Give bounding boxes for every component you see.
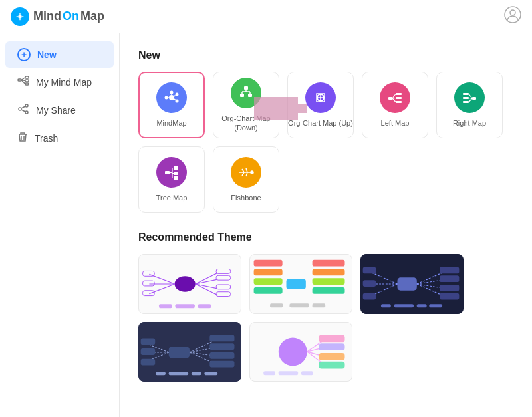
svg-line-80 [196, 284, 217, 295]
svg-rect-144 [263, 371, 275, 375]
svg-rect-47 [463, 97, 469, 99]
svg-rect-132 [169, 372, 188, 375]
svg-rect-86 [254, 260, 283, 267]
svg-rect-73 [143, 291, 155, 296]
svg-rect-107 [440, 275, 459, 282]
svg-line-63 [246, 168, 247, 172]
svg-rect-115 [429, 304, 442, 307]
svg-rect-85 [287, 279, 306, 289]
theme-card-1[interactable] [138, 254, 241, 314]
svg-rect-79 [216, 285, 231, 289]
svg-rect-82 [159, 304, 172, 308]
fishbone-icon [231, 157, 261, 188]
svg-line-26 [174, 99, 176, 100]
svg-rect-39 [396, 93, 402, 95]
theme-card-4[interactable] [138, 322, 241, 382]
svg-rect-75 [216, 269, 231, 274]
tree-map-icon [156, 157, 187, 188]
svg-rect-30 [248, 94, 252, 97]
map-card-right-map[interactable]: Right Map [436, 72, 503, 138]
map-card-left-map[interactable]: Left Map [362, 72, 428, 138]
svg-rect-99 [363, 267, 376, 274]
svg-rect-118 [141, 338, 156, 345]
org-chart-up-icon [305, 82, 336, 113]
app-layout: + New My Mind Map [0, 33, 532, 417]
svg-rect-55 [174, 176, 178, 180]
svg-rect-122 [141, 359, 156, 366]
svg-rect-145 [279, 371, 298, 375]
svg-rect-10 [25, 83, 29, 85]
theme-card-2[interactable] [249, 254, 352, 314]
svg-rect-101 [363, 280, 376, 287]
svg-rect-83 [176, 304, 195, 308]
svg-point-0 [18, 15, 21, 18]
main-content: New [120, 33, 532, 417]
sidebar-item-trash[interactable]: Trash [5, 125, 114, 152]
svg-rect-109 [440, 285, 459, 291]
theme-card-5[interactable] [249, 322, 352, 382]
svg-rect-137 [319, 335, 344, 343]
trash-icon [17, 132, 28, 145]
svg-rect-113 [394, 304, 414, 307]
right-map-label: Right Map [453, 118, 486, 128]
svg-rect-141 [319, 353, 344, 360]
header: MindOnMap [0, 0, 532, 33]
logo[interactable]: MindOnMap [11, 7, 104, 26]
svg-point-66 [251, 171, 253, 174]
svg-rect-40 [396, 97, 402, 99]
svg-rect-105 [440, 267, 459, 274]
svg-rect-128 [209, 352, 234, 359]
svg-point-15 [19, 108, 21, 110]
svg-line-18 [21, 110, 25, 112]
svg-line-76 [196, 279, 217, 284]
user-avatar-icon[interactable] [504, 6, 521, 27]
sidebar-item-my-mind-map[interactable]: My Mind Map [5, 69, 114, 96]
svg-point-67 [175, 276, 196, 291]
svg-line-72 [149, 284, 174, 294]
svg-line-51 [469, 98, 472, 102]
logo-icon [11, 7, 29, 26]
sidebar-item-my-share[interactable]: My Share [5, 97, 114, 124]
org-chart-down-label: Org-Chart Map(Down) [221, 114, 270, 133]
theme-card-3[interactable] [360, 254, 464, 314]
svg-rect-134 [205, 372, 218, 375]
svg-rect-46 [463, 93, 469, 95]
svg-rect-146 [301, 371, 313, 375]
plus-icon: + [17, 48, 31, 61]
svg-point-6 [510, 10, 515, 15]
svg-rect-130 [209, 361, 234, 368]
svg-rect-28 [244, 86, 248, 90]
svg-rect-7 [18, 79, 21, 81]
sidebar-item-trash-label: Trash [35, 133, 58, 144]
svg-rect-41 [396, 101, 402, 103]
themes-grid [138, 254, 513, 382]
svg-rect-8 [25, 76, 29, 78]
sidebar: + New My Mind Map [0, 33, 120, 417]
svg-rect-52 [165, 171, 170, 174]
svg-line-78 [196, 284, 217, 289]
map-card-fishbone[interactable]: Fishbone [213, 146, 279, 213]
svg-rect-81 [216, 292, 231, 297]
map-card-org-chart-down[interactable]: Org-Chart Map(Down) [213, 72, 279, 138]
svg-rect-112 [381, 304, 391, 307]
svg-point-20 [170, 90, 174, 94]
sidebar-item-my-mind-map-label: My Mind Map [36, 77, 92, 88]
logo-mind: Mind [33, 9, 61, 23]
svg-line-43 [392, 98, 396, 98]
logo-map: Map [80, 9, 104, 23]
svg-rect-71 [143, 281, 155, 286]
sidebar-item-new[interactable]: + New [5, 41, 114, 68]
svg-rect-92 [313, 278, 345, 285]
map-card-tree-map[interactable]: Tree Map [138, 146, 205, 213]
svg-line-25 [174, 96, 176, 96]
left-map-icon [380, 82, 410, 113]
sidebar-item-new-label: New [37, 49, 57, 60]
map-card-org-chart-up[interactable]: Org-Chart Map (Up) [287, 72, 354, 138]
svg-point-135 [279, 337, 307, 366]
svg-rect-88 [254, 278, 283, 285]
map-card-mindmap[interactable]: MindMap [138, 72, 205, 138]
svg-rect-91 [313, 269, 345, 276]
svg-point-23 [165, 96, 168, 99]
svg-rect-48 [463, 101, 469, 103]
svg-rect-53 [174, 166, 178, 170]
